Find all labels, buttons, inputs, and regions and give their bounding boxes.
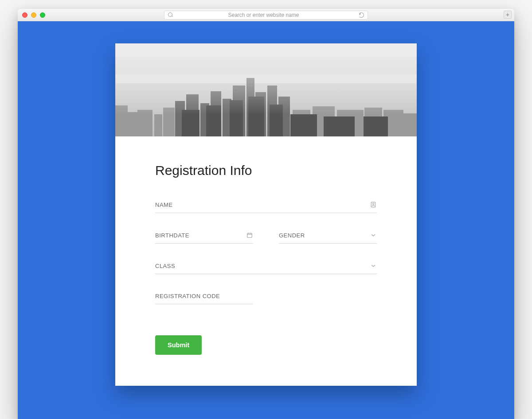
- svg-rect-4: [128, 112, 137, 136]
- birthdate-label: BIRTHDATE: [155, 232, 246, 239]
- class-label: CLASS: [155, 263, 370, 269]
- birthdate-field[interactable]: BIRTHDATE: [155, 232, 253, 244]
- hero-image-city-skyline: [115, 43, 417, 136]
- registration-code-field[interactable]: REGISTRATION CODE: [155, 293, 253, 304]
- registration-form: Registration Info NAME: [115, 136, 417, 386]
- svg-rect-13: [403, 113, 417, 136]
- maximize-window-button[interactable]: [40, 12, 45, 18]
- close-window-button[interactable]: [22, 12, 27, 18]
- gender-field[interactable]: GENDER: [279, 232, 377, 244]
- submit-button[interactable]: Submit: [155, 335, 202, 355]
- gender-label: GENDER: [279, 232, 370, 239]
- address-bar[interactable]: Search or enter website name: [164, 11, 368, 19]
- svg-rect-40: [115, 43, 417, 114]
- page-viewport: Registration Info NAME: [18, 21, 514, 419]
- minimize-window-button[interactable]: [31, 12, 36, 18]
- address-bar-placeholder: Search or enter website name: [168, 12, 359, 18]
- browser-window: Search or enter website name +: [18, 9, 514, 419]
- svg-rect-43: [247, 233, 252, 238]
- chevron-down-icon: [370, 262, 377, 269]
- form-title: Registration Info: [155, 163, 377, 178]
- name-label: NAME: [155, 202, 370, 208]
- svg-point-42: [372, 203, 374, 205]
- class-field[interactable]: CLASS: [155, 262, 377, 274]
- reload-icon[interactable]: [359, 12, 364, 18]
- titlebar: Search or enter website name +: [18, 9, 514, 21]
- new-tab-button[interactable]: +: [504, 11, 512, 19]
- svg-rect-31: [364, 116, 388, 136]
- svg-rect-29: [290, 114, 317, 136]
- svg-rect-30: [324, 116, 355, 136]
- person-icon: [370, 201, 377, 208]
- svg-rect-6: [154, 114, 162, 136]
- chevron-down-icon: [370, 232, 377, 239]
- registration-code-label: REGISTRATION CODE: [155, 293, 253, 299]
- search-icon: [168, 12, 173, 17]
- calendar-icon: [246, 232, 253, 239]
- registration-card: Registration Info NAME: [115, 43, 417, 386]
- name-field[interactable]: NAME: [155, 201, 377, 213]
- window-controls: [22, 12, 45, 18]
